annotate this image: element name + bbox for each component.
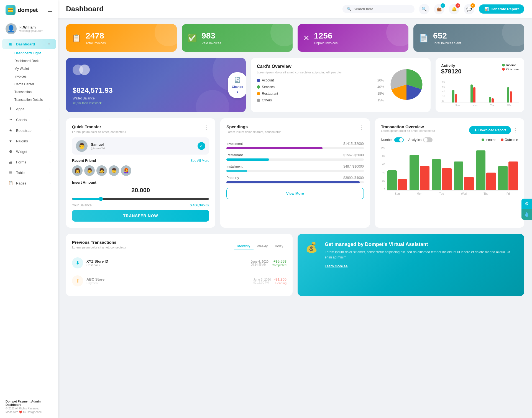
footer-made: Made with ❤️ by DesignZone <box>6 411 53 414</box>
notification-button[interactable]: 🔔 12 <box>449 4 459 14</box>
txn-date: June 4, 2020 <box>251 260 268 263</box>
pie-chart <box>388 64 424 105</box>
bar-fri <box>498 161 518 190</box>
nav-sub-invoices[interactable]: Invoices <box>0 73 58 80</box>
unpaid-invoices-icon: ✕ <box>303 34 310 43</box>
outcome-legend: Outcome <box>502 68 519 71</box>
nav-item-forms[interactable]: 🖨 Forms › <box>2 157 56 167</box>
nav-item-bootstrap[interactable]: ★ Bootstrap › <box>2 125 56 135</box>
number-toggle[interactable] <box>394 137 404 142</box>
quick-transfer-card: Quick Transfer Lorem ipsum dolor sit ame… <box>66 118 215 228</box>
wallet-button[interactable]: 👜 2 <box>434 4 444 14</box>
txn-title: Transaction Overview <box>381 124 435 129</box>
tab-today[interactable]: Today <box>271 243 287 250</box>
installment-amounts: $487 /$10000 <box>343 165 364 168</box>
transfer-now-button[interactable]: TRANSFER NOW <box>72 210 209 222</box>
txn-amount-area-2: -$1,200 Pending <box>274 277 287 285</box>
sidebar: 💳 dompet ☰ 👤 Hi,William william@gmail.co… <box>0 0 58 418</box>
nav-item-pages[interactable]: 📋 Pages › <box>2 178 56 188</box>
generate-report-button[interactable]: 📊 Generate Report <box>479 4 524 14</box>
installment-progress <box>226 170 247 172</box>
nav-item-dashboard[interactable]: ⊞ Dashboard ▼ <box>2 39 56 49</box>
txn-menu-icon[interactable]: ⋮ <box>513 127 518 133</box>
nav-sub-dashboard-light[interactable]: Dashboard Light <box>0 49 58 57</box>
txn-desc: Lorem ipsum dolor sit amet, consectetur <box>381 129 435 132</box>
legend-others: Others 15% <box>257 98 384 102</box>
nav-item-charts[interactable]: 〜 Charts › <box>2 114 56 125</box>
see-all-button[interactable]: See All More <box>190 159 209 163</box>
property-progress <box>226 181 359 183</box>
hamburger-icon[interactable]: ☰ <box>48 7 53 13</box>
insert-amount-label: Insert Amount <box>72 180 209 184</box>
nav-sub-cards-center[interactable]: Cards Center <box>0 80 58 88</box>
sidebar-footer: Dompet Payment Admin Dashboard © 2021 Al… <box>0 395 58 418</box>
sent-invoices-label: Total Invoices Sent <box>433 41 461 45</box>
installment-label: Installment <box>226 165 242 168</box>
change-button[interactable]: 🔄 Change ▼ <box>228 72 246 98</box>
nav-sub-transaction-details[interactable]: Transaction Details <box>0 96 58 104</box>
bar-group-tue <box>483 97 499 102</box>
nav-item-plugins[interactable]: ♥ Plugins › <box>2 136 56 146</box>
amount-display: 20.000 <box>72 187 209 194</box>
sent-invoices-icon: 📄 <box>419 34 429 43</box>
main-area: Dashboard 🔍 🔍 👜 2 🔔 12 💬 5 📊 Generate Re… <box>58 0 532 418</box>
number-toggle-group: Number <box>381 137 404 142</box>
settings-fab-button[interactable]: ⚙ <box>521 199 532 209</box>
txn-header: Transaction Overview Lorem ipsum dolor s… <box>381 124 518 136</box>
water-fab-button[interactable]: 💧 <box>521 209 532 220</box>
nav-sub-dashboard-dark[interactable]: Dashboard Dark <box>0 57 58 65</box>
footer-title: Dompet Payment Admin Dashboard <box>6 400 53 406</box>
x-tue: Tue <box>432 192 452 195</box>
nav-item-widget[interactable]: ⚙ Widget › <box>2 147 56 157</box>
analytics-toggle[interactable] <box>423 137 433 142</box>
quick-transfer-menu-icon[interactable]: ⋮ <box>204 124 209 130</box>
txn-date-2: June 3, 2020 <box>253 278 271 281</box>
recent-friends-header: Recent Friend See All More <box>72 158 209 163</box>
sent-invoices-info: 652 Total Invoices Sent <box>433 31 461 45</box>
wallet-change: +0,8% than last week <box>73 101 239 105</box>
cards-overview-title: Card's Overview <box>257 64 384 69</box>
x-thu: Thu <box>476 192 496 195</box>
person-name: Samuel <box>91 142 105 147</box>
bar-group-sun <box>447 90 463 102</box>
wallet-card: $824,571.93 Wallet Balance +0,8% than la… <box>66 58 246 112</box>
nav-sub-my-wallet[interactable]: My Wallet <box>0 65 58 73</box>
amount-slider[interactable] <box>72 197 209 201</box>
toggle-row: Number Analytics Income <box>381 137 518 142</box>
total-invoices-label: Total Invoices <box>86 41 106 45</box>
nav-sub-transaction[interactable]: Transaction <box>0 88 58 96</box>
prev-txn-title: Previous Transactions <box>72 240 126 245</box>
search-input[interactable] <box>354 7 403 11</box>
table-icon: ☰ <box>8 170 13 175</box>
chat-button[interactable]: 💬 5 <box>464 4 474 14</box>
activity-title-area: Activity $78120 <box>441 63 461 79</box>
friend-2: 👨 <box>84 165 95 176</box>
balance-value: $ 456,345.62 <box>190 203 209 207</box>
learn-more-link[interactable]: Learn more >> <box>325 264 348 268</box>
nav-label-plugins: Plugins <box>16 139 47 143</box>
prev-txn-desc: Lorem ipsum dolor sit amet, consectetur <box>72 246 126 249</box>
search-button[interactable]: 🔍 <box>419 4 429 14</box>
bell-badge: 12 <box>456 3 460 8</box>
spendings-menu-icon[interactable]: ⋮ <box>359 124 364 130</box>
nav-item-apps[interactable]: ℹ Apps › <box>2 104 56 114</box>
download-report-button[interactable]: ⬇ Download Report <box>469 126 511 134</box>
view-more-button[interactable]: View More <box>226 188 364 199</box>
paid-invoices-info: 983 Paid Invoices <box>201 31 221 45</box>
change-label: Change <box>232 85 243 88</box>
investment-label: Investment <box>226 142 243 146</box>
sent-invoices-number: 652 <box>433 31 461 40</box>
apps-arrow: › <box>50 107 50 111</box>
transaction-overview-card: Transaction Overview Lorem ipsum dolor s… <box>375 118 524 228</box>
assistant-desc: Lorem ipsum dolor sit amet, consectetur … <box>325 250 516 260</box>
analytics-label: Analytics <box>408 138 421 142</box>
change-icon: 🔄 <box>234 77 241 83</box>
activity-bar-chart: 806040200 <box>441 81 519 103</box>
dashboard-arrow: ▼ <box>48 43 50 46</box>
nav-item-table[interactable]: ☰ Table › <box>2 168 56 178</box>
tab-weekly[interactable]: Weekly <box>254 243 271 250</box>
person-info: Samuel @sam224 <box>91 142 105 150</box>
sidebar-user: 👤 Hi,William william@gmail.com <box>0 20 58 39</box>
tab-monthly[interactable]: Monthly <box>234 243 254 250</box>
pie-chart-svg <box>388 66 424 102</box>
